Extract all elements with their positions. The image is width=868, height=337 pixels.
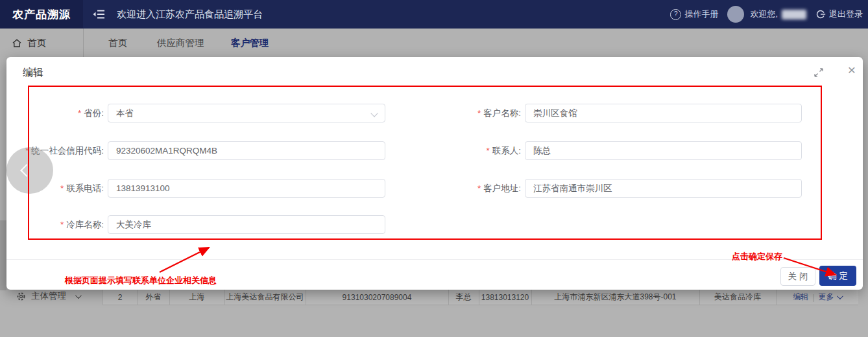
field-credit-code: 统一社会信用代码: 92320602MA1RQRQM4B	[12, 141, 385, 160]
welcome-text: 欢迎进入江苏农产品食品追溯平台	[117, 0, 263, 29]
field-province: 省份: 本省	[12, 104, 385, 122]
chevron-down-icon	[837, 293, 843, 299]
logout-icon	[815, 9, 826, 19]
cell-phone: 13813013120	[479, 290, 532, 305]
field-label: 客户地址:	[409, 183, 521, 194]
chevron-left-icon	[20, 164, 33, 177]
cell-address: 上海市浦东新区浦东大道398号-001	[531, 290, 700, 305]
customer-address-input[interactable]: 江苏省南通市崇川区	[525, 179, 802, 198]
question-icon	[670, 9, 681, 20]
manual-link[interactable]: 操作手册	[670, 8, 718, 20]
gear-icon	[16, 292, 26, 301]
close-button[interactable]: 关闭	[780, 267, 815, 286]
contact-person-input[interactable]: 陈总	[525, 141, 802, 160]
top-header: 农产品溯源 欢迎进入江苏农产品食品追溯平台 操作手册 欢迎您,	[0, 0, 868, 29]
cell-actions: 编辑 | 更多	[776, 290, 858, 305]
sidebar-scroll-strip	[0, 220, 6, 290]
field-phone: 联系电话: 13813913100	[12, 179, 385, 198]
footer-divider	[6, 259, 863, 260]
menu-fold-icon[interactable]	[92, 9, 105, 19]
edit-link[interactable]: 编辑	[793, 292, 808, 303]
greeting-text: 欢迎您,	[750, 8, 778, 20]
province-select[interactable]: 本省	[108, 104, 385, 122]
sidebar-item-entity-mgmt[interactable]: 主体管理	[16, 290, 80, 303]
field-label: 联系人:	[409, 145, 521, 157]
field-customer-name: 客户名称: 崇川区食馆	[409, 104, 802, 122]
dialog-title: 编辑	[23, 66, 43, 80]
field-cold-storage: 冷库名称: 大美冷库	[12, 215, 385, 234]
confirm-button[interactable]: 确定	[819, 266, 856, 286]
cell-credit-code: 9131030207089004	[306, 290, 449, 305]
tab-bar: 首页 首页 供应商管理 客户管理	[0, 29, 868, 57]
credit-code-input[interactable]: 92320602MA1RQRQM4B	[108, 141, 385, 160]
sidebar-home[interactable]: 首页	[0, 29, 83, 57]
field-label: 冷库名称:	[12, 219, 104, 231]
cell-index: 2	[103, 290, 138, 305]
tab-suppliers[interactable]: 供应商管理	[157, 29, 204, 57]
user-info[interactable]: 欢迎您,	[727, 6, 806, 23]
tab-customers[interactable]: 客户管理	[231, 29, 269, 57]
cell-contact: 李总	[448, 290, 479, 305]
cell-province-type: 外省	[137, 290, 170, 305]
chevron-down-icon	[370, 110, 378, 117]
app-logo: 农产品溯源	[0, 0, 83, 29]
phone-input[interactable]: 13813913100	[108, 179, 385, 198]
home-icon	[12, 38, 22, 48]
cell-company: 上海美达食品有限公司	[224, 290, 306, 305]
tab-home[interactable]: 首页	[108, 29, 127, 57]
field-label: 省份:	[12, 108, 104, 119]
customer-name-input[interactable]: 崇川区食馆	[525, 104, 802, 122]
cell-city: 上海	[169, 290, 225, 305]
field-label: 客户名称:	[409, 108, 521, 119]
table-row: 2 外省 上海 上海美达食品有限公司 9131030207089004 李总 1…	[102, 290, 858, 305]
field-contact-person: 联系人: 陈总	[409, 141, 802, 160]
field-customer-address: 客户地址: 江苏省南通市崇川区	[409, 179, 802, 198]
fullscreen-icon[interactable]	[814, 67, 824, 78]
chevron-down-icon	[75, 292, 82, 299]
logout-label: 退出登录	[829, 8, 863, 20]
edit-dialog: 编辑 × 省份: 本省 统一社会信用代码: 92320602MA1RQRQM4B	[6, 57, 863, 290]
drawer-collapse-button[interactable]	[6, 147, 53, 194]
divider	[83, 29, 84, 57]
cell-cold-storage: 美达食品冷库	[699, 290, 777, 305]
cold-storage-input[interactable]: 大美冷库	[108, 215, 385, 234]
more-link[interactable]: 更多	[819, 292, 834, 303]
username-blurred	[782, 10, 806, 19]
app-root: 农产品溯源 欢迎进入江苏农产品食品追溯平台 操作手册 欢迎您,	[0, 0, 868, 337]
avatar	[727, 6, 744, 23]
close-icon[interactable]: ×	[844, 62, 860, 78]
logout-button[interactable]: 退出登录	[815, 8, 863, 20]
manual-label: 操作手册	[684, 8, 718, 20]
